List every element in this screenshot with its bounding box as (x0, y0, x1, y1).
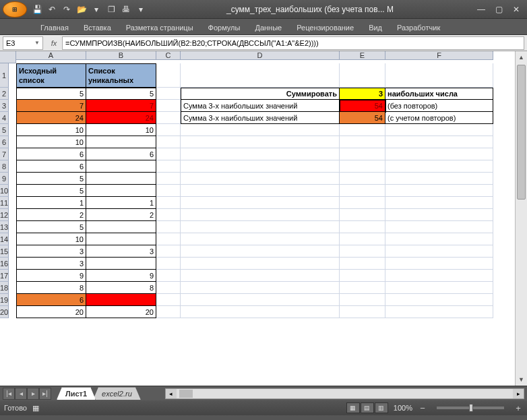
name-box[interactable]: E3 ▼ (3, 36, 43, 50)
cell[interactable] (156, 209, 181, 221)
col-header[interactable]: F (385, 51, 493, 60)
cell[interactable]: 5 (16, 185, 86, 197)
row-header[interactable]: 3 (0, 100, 9, 112)
cell[interactable] (156, 245, 181, 258)
cell[interactable] (156, 282, 181, 294)
cell[interactable] (181, 221, 340, 233)
tab-first-icon[interactable]: |◂ (3, 388, 15, 400)
cell[interactable] (385, 185, 493, 197)
ribbon-tab[interactable]: Разметка страницы (119, 21, 200, 34)
row-header[interactable]: 16 (0, 258, 9, 270)
cell[interactable]: 3 (16, 258, 86, 270)
maximize-icon[interactable]: ▢ (491, 3, 507, 16)
cell[interactable] (86, 136, 156, 148)
view-normal-icon[interactable]: ▦ (346, 402, 360, 413)
cell[interactable]: 10 (16, 124, 86, 136)
cell[interactable]: 6 (16, 160, 86, 173)
save-icon[interactable]: 💾 (31, 3, 43, 16)
scroll-right-icon[interactable]: ▸ (513, 389, 524, 398)
cell[interactable] (181, 63, 340, 88)
new-icon[interactable]: ▾ (90, 3, 102, 16)
cell[interactable] (86, 173, 156, 185)
ribbon-tab[interactable]: Формулы (202, 21, 247, 34)
cell[interactable] (156, 294, 181, 306)
cell[interactable] (181, 124, 340, 136)
cell[interactable] (181, 294, 340, 306)
cell[interactable] (385, 282, 493, 294)
cell[interactable] (385, 160, 493, 173)
col-header[interactable]: A (16, 51, 86, 60)
cell[interactable] (385, 136, 493, 148)
zoom-in-icon[interactable]: + (514, 403, 523, 413)
row-header[interactable]: 4 (0, 112, 9, 124)
cell[interactable]: 20 (86, 306, 156, 318)
cell[interactable]: 2 (16, 209, 86, 221)
view-break-icon[interactable]: ▥ (375, 402, 388, 413)
undo-icon[interactable]: ↶ (46, 3, 58, 16)
col-header[interactable]: B (86, 51, 156, 60)
cell[interactable] (340, 282, 385, 294)
cell[interactable] (340, 270, 385, 282)
ribbon-tab[interactable]: Вид (362, 21, 389, 34)
col-header[interactable]: C (156, 51, 181, 60)
cell[interactable] (181, 282, 340, 294)
cell[interactable] (181, 270, 340, 282)
ribbon-tab[interactable]: Главная (34, 21, 75, 34)
row-header[interactable]: 1 (0, 63, 9, 88)
sheet-tab[interactable]: Лист1 (57, 387, 96, 400)
cell[interactable] (156, 185, 181, 197)
cell[interactable] (156, 160, 181, 173)
cell[interactable]: 3 (340, 88, 385, 100)
cell[interactable] (340, 160, 385, 173)
cell[interactable]: наибольших числа (385, 88, 493, 100)
cell[interactable] (385, 148, 493, 160)
scroll-up-icon[interactable]: ▲ (516, 51, 527, 63)
cell[interactable] (156, 124, 181, 136)
zoom-knob[interactable] (469, 404, 473, 412)
qat-dropdown-icon[interactable]: ▾ (135, 3, 147, 16)
fx-icon[interactable]: fx (49, 39, 59, 47)
redo-icon[interactable]: ↷ (61, 3, 73, 16)
cell[interactable] (181, 160, 340, 173)
cell[interactable]: 6 (16, 294, 86, 306)
cell[interactable] (181, 148, 340, 160)
cell[interactable] (340, 306, 385, 318)
cell[interactable] (181, 185, 340, 197)
view-layout-icon[interactable]: ▤ (361, 402, 374, 413)
cell[interactable] (340, 185, 385, 197)
vertical-scrollbar[interactable]: ▲ ▼ (515, 51, 527, 386)
cell[interactable] (181, 233, 340, 245)
name-box-dropdown-icon[interactable]: ▼ (34, 40, 40, 46)
zoom-slider[interactable] (437, 407, 504, 409)
cell[interactable]: 3 (86, 245, 156, 258)
ribbon-tab[interactable]: Вставка (77, 21, 118, 34)
hscroll-thumb[interactable] (179, 390, 193, 398)
cell[interactable]: 8 (16, 282, 86, 294)
scroll-left-icon[interactable]: ◂ (166, 389, 177, 398)
cell[interactable]: 1 (16, 197, 86, 209)
cell[interactable] (385, 258, 493, 270)
row-header[interactable]: 18 (0, 282, 9, 294)
cell[interactable]: 6 (16, 148, 86, 160)
cell[interactable]: Сумма 3-х наибольших значений (181, 112, 340, 124)
row-header[interactable]: 8 (0, 160, 9, 173)
cell[interactable] (340, 173, 385, 185)
cell[interactable] (340, 136, 385, 148)
cell[interactable]: 8 (86, 282, 156, 294)
row-header[interactable]: 5 (0, 124, 9, 136)
cell[interactable]: 54 (340, 112, 385, 124)
cell[interactable] (181, 209, 340, 221)
cell[interactable]: (без повторов) (385, 100, 493, 112)
cell[interactable] (385, 124, 493, 136)
cell[interactable]: 1 (86, 197, 156, 209)
close-icon[interactable]: ✕ (508, 3, 524, 16)
sheet-tab[interactable]: excel2.ru (93, 387, 141, 400)
tab-prev-icon[interactable]: ◂ (15, 388, 27, 400)
row-header[interactable]: 19 (0, 294, 9, 306)
cell[interactable] (156, 112, 181, 124)
cell[interactable]: 10 (86, 124, 156, 136)
cell[interactable]: 5 (16, 88, 86, 100)
row-header[interactable]: 13 (0, 221, 9, 233)
cell[interactable] (156, 88, 181, 100)
cells-grid[interactable]: Исходный списокСписок уникальных55Суммир… (16, 63, 493, 318)
